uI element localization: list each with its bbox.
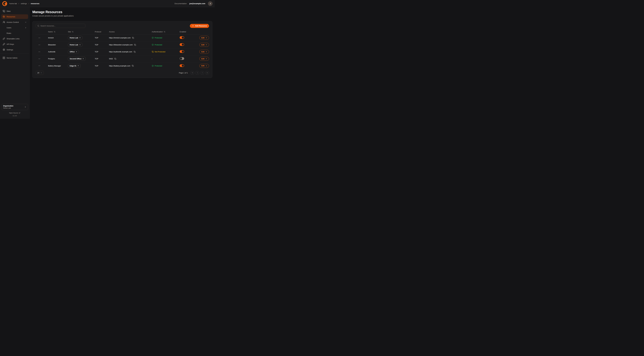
table-header: Name Site Protocol Access Authenticati — [36, 29, 209, 34]
sidebar-item-label: Server Admin — [6, 57, 18, 59]
external-link-icon — [19, 112, 20, 114]
copy-button[interactable] — [134, 50, 136, 53]
column-header-name[interactable]: Name — [48, 31, 68, 33]
resource-protocol: TCP — [95, 58, 109, 60]
chevron-right-icon — [18, 3, 20, 4]
sidebar-item-api-keys[interactable]: API Keys — [1, 42, 28, 46]
site-link[interactable]: Second Office — [68, 57, 86, 61]
page-title: Manage Resources — [32, 10, 212, 14]
row-menu-button[interactable] — [37, 57, 41, 60]
row-menu-button[interactable] — [37, 43, 41, 46]
copy-button[interactable] — [132, 37, 134, 39]
org-selector[interactable]: Organization Home Lab — [1, 104, 28, 110]
enabled-toggle[interactable] — [180, 64, 184, 67]
avatar[interactable]: J — [208, 1, 212, 6]
copy-button[interactable] — [134, 44, 136, 46]
site-link[interactable]: Edge 01 — [68, 64, 81, 68]
org-selector-title: Organization — [3, 105, 13, 107]
column-header-authentication[interactable]: Authentication — [152, 31, 180, 33]
shield-check-icon — [152, 37, 154, 39]
last-page-button[interactable] — [205, 71, 209, 75]
sort-icon — [164, 31, 166, 32]
version-label: v1.3.0 — [1, 115, 28, 116]
sidebar-item-users[interactable]: Users — [1, 25, 28, 30]
copy-button[interactable] — [114, 58, 116, 60]
sidebar-item-shareable-links[interactable]: Shareable Links — [1, 36, 28, 41]
row-menu-button[interactable] — [37, 36, 41, 40]
key-icon — [3, 43, 5, 45]
open-source-link[interactable]: Open Source — [1, 112, 28, 114]
search-icon — [37, 25, 39, 27]
pangolin-logo-icon[interactable] — [2, 1, 7, 6]
sidebar-item-server-admin[interactable]: Server Admin — [1, 56, 28, 60]
sidebar-item-access-control[interactable]: Access Control — [1, 20, 28, 24]
enabled-toggle[interactable] — [180, 43, 184, 46]
resources-card: Add Resource Name Site Protocol — [32, 21, 212, 78]
org-selector-value: Home Lab — [3, 107, 13, 109]
chevron-down-icon — [40, 72, 42, 74]
column-header-protocol: Protocol — [95, 31, 109, 33]
resource-access: https://immich.example.com — [109, 37, 131, 39]
row-menu-button[interactable] — [37, 64, 41, 68]
arrow-right-icon — [206, 58, 207, 60]
resource-name: Immich — [48, 37, 68, 39]
edit-button[interactable]: Edit — [199, 64, 209, 68]
first-page-button[interactable] — [190, 71, 194, 75]
resource-access: https://authentik.example.com — [109, 51, 132, 53]
resource-access: https://battery.example.com — [109, 65, 130, 67]
auth-status: Protected — [152, 44, 180, 46]
edit-button[interactable]: Edit — [199, 57, 209, 61]
search-box — [36, 24, 86, 28]
sidebar-item-settings[interactable]: Settings — [1, 48, 28, 52]
sidebar-item-roles[interactable]: Roles — [1, 31, 28, 36]
edit-button[interactable]: Edit — [199, 43, 209, 47]
site-link[interactable]: Office — [68, 50, 79, 54]
row-menu-button[interactable] — [37, 50, 41, 54]
arrow-up-right-icon — [76, 51, 77, 52]
page-size-select[interactable]: 20 — [36, 71, 44, 75]
sidebar-item-label: Shareable Links — [6, 38, 20, 40]
table-row: Immich Home Lab TCP https://immich.e — [36, 34, 209, 41]
sidebar-item-label: Access Control — [6, 21, 19, 23]
resources-icon — [3, 16, 5, 18]
enabled-toggle[interactable] — [180, 36, 184, 39]
sidebar-item-label: Roles — [6, 32, 11, 34]
table-row: Battery Manager Edge 01 TCP https:// — [36, 62, 209, 69]
search-input[interactable] — [40, 25, 84, 27]
resource-name: Postgres — [48, 58, 68, 60]
sidebar: Sites Resources Access Control Users — [0, 7, 30, 119]
enabled-toggle[interactable] — [180, 57, 184, 60]
resource-access: 5432 — [109, 58, 113, 60]
add-resource-button[interactable]: Add Resource — [190, 24, 209, 28]
column-header-site[interactable]: Site — [68, 31, 95, 33]
arrow-right-icon — [206, 65, 207, 67]
breadcrumb-org[interactable]: home-lab — [10, 2, 17, 4]
auth-status: - — [152, 58, 180, 60]
copy-icon — [134, 51, 136, 53]
auth-status: Not Protected — [152, 51, 180, 53]
sort-icon — [72, 31, 74, 32]
breadcrumb-settings[interactable]: settings — [21, 2, 27, 4]
sidebar-item-label: Settings — [6, 49, 13, 51]
enabled-toggle[interactable] — [180, 50, 184, 53]
ellipsis-icon — [38, 51, 40, 53]
resource-protocol: TCP — [95, 44, 109, 46]
user-email[interactable]: joe@example.com — [190, 2, 205, 4]
table-row: Authentik Office TCP https://authent — [36, 48, 209, 55]
column-header-access: Access — [109, 31, 152, 33]
topbar: home-lab settings resources Documentatio… — [0, 0, 215, 7]
edit-button[interactable]: Edit — [199, 36, 209, 40]
documentation-link[interactable]: Documentation — [174, 2, 187, 4]
sidebar-item-resources[interactable]: Resources — [1, 14, 28, 19]
gear-icon — [3, 48, 5, 51]
sidebar-item-sites[interactable]: Sites — [1, 9, 28, 14]
edit-button[interactable]: Edit — [199, 50, 209, 54]
sidebar-item-label: API Keys — [6, 43, 14, 45]
site-link[interactable]: Home Lab — [68, 43, 82, 47]
prev-page-button[interactable] — [195, 71, 199, 75]
site-link[interactable]: Home Lab — [68, 36, 82, 40]
ellipsis-icon — [38, 44, 40, 46]
next-page-button[interactable] — [200, 71, 204, 75]
copy-button[interactable] — [132, 64, 134, 67]
shield-off-icon — [152, 51, 154, 53]
